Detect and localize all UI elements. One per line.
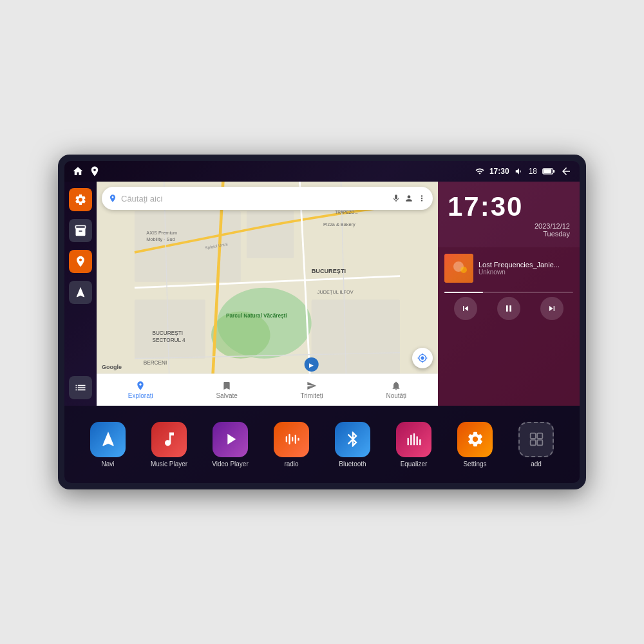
pause-button[interactable] (497, 297, 520, 320)
status-time: 17:30 (489, 167, 509, 176)
wifi-icon (475, 167, 484, 176)
back-icon[interactable] (560, 166, 572, 177)
map-search-input[interactable]: Căutați aici (121, 194, 388, 204)
app-equalizer[interactable]: Equalizer (392, 422, 437, 468)
right-panel: 17:30 2023/12/12 Tuesday (438, 182, 580, 406)
map-nav-news-label: Noutăți (386, 392, 406, 399)
sidebar (64, 182, 97, 406)
map-location-fab[interactable] (412, 348, 433, 368)
map-bottom-bar: Explorați Salvate Trimiteți Noutăți (97, 374, 438, 406)
song-title: Lost Frequencies_Janie... (478, 261, 573, 269)
svg-point-30 (460, 267, 467, 273)
account-icon[interactable] (404, 194, 413, 203)
svg-text:Mobility - Sud: Mobility - Sud (146, 236, 175, 242)
map-search-bar[interactable]: Căutați aici (102, 187, 433, 210)
volume-icon (515, 167, 524, 176)
app-bluetooth[interactable]: Bluetooth (330, 422, 375, 468)
song-artist: Unknown (478, 269, 573, 276)
svg-rect-37 (410, 435, 412, 445)
map-nav-share-label: Trimiteți (301, 392, 323, 399)
svg-rect-31 (285, 436, 287, 442)
map-nav-explore[interactable]: Explorați (128, 381, 153, 399)
main-area: AXIS Premium Mobility - Sud Pizza & Bake… (64, 182, 580, 406)
song-details: Lost Frequencies_Janie... Unknown (478, 261, 573, 276)
svg-rect-43 (530, 440, 535, 445)
navi-label: Navi (101, 460, 114, 468)
sidebar-map[interactable] (69, 250, 92, 273)
svg-text:▶: ▶ (309, 362, 314, 368)
app-navi[interactable]: Navi (86, 422, 131, 468)
video-player-icon (213, 422, 248, 457)
svg-text:SECTORUL 4: SECTORUL 4 (152, 337, 185, 343)
music-controls (444, 297, 573, 320)
home-icon[interactable] (72, 166, 84, 177)
svg-rect-41 (530, 433, 535, 439)
device-screen: 17:30 18 (64, 161, 580, 483)
app-video-player[interactable]: Video Player (208, 422, 253, 468)
progress-fill (444, 292, 483, 293)
svg-text:Parcul Natural Văcărești: Parcul Natural Văcărești (226, 313, 287, 319)
clock-time: 17:30 (448, 191, 570, 222)
music-widget: Lost Frequencies_Janie... Unknown (438, 247, 580, 406)
app-settings[interactable]: Settings (453, 422, 498, 468)
svg-text:BERCENI: BERCENI (144, 360, 167, 366)
svg-rect-39 (416, 436, 417, 445)
apps-dock: Navi Music Player Video Player (64, 406, 580, 483)
svg-text:Pizza & Bakery: Pizza & Bakery (323, 222, 355, 227)
music-info: Lost Frequencies_Janie... Unknown (444, 254, 573, 283)
svg-rect-34 (294, 435, 296, 444)
svg-rect-5 (247, 211, 294, 258)
prev-button[interactable] (454, 297, 477, 320)
next-button[interactable] (540, 297, 564, 320)
settings-icon (457, 422, 493, 457)
bluetooth-icon (335, 422, 370, 457)
svg-rect-40 (419, 439, 421, 445)
svg-rect-32 (289, 434, 290, 444)
svg-rect-36 (407, 438, 408, 446)
app-music-player[interactable]: Music Player (147, 422, 192, 468)
map-container[interactable]: AXIS Premium Mobility - Sud Pizza & Bake… (97, 182, 438, 406)
app-add[interactable]: add (514, 422, 559, 468)
map-nav-explore-label: Explorați (128, 392, 153, 399)
map-pin-icon[interactable] (89, 166, 100, 177)
svg-text:TRAPEZO...: TRAPEZO... (335, 210, 358, 214)
map-nav-saved-label: Salvate (216, 392, 237, 399)
map-nav-share[interactable]: Trimiteți (301, 381, 323, 399)
bluetooth-label: Bluetooth (339, 460, 366, 468)
navi-icon (90, 422, 126, 457)
more-options-icon[interactable] (417, 194, 426, 203)
app-radio[interactable]: radio (269, 422, 314, 468)
clock-date: 2023/12/12 Tuesday (448, 222, 570, 238)
equalizer-label: Equalizer (401, 460, 428, 468)
svg-rect-2 (544, 169, 552, 174)
settings-label: Settings (463, 460, 486, 468)
status-left (72, 166, 100, 177)
sidebar-navigation[interactable] (69, 281, 92, 304)
map-nav-news[interactable]: Noutăți (386, 381, 406, 399)
album-art (444, 254, 473, 283)
music-player-label: Music Player (151, 460, 187, 468)
status-right: 17:30 18 (475, 166, 572, 177)
svg-text:AXIS Premium: AXIS Premium (146, 230, 177, 236)
svg-text:BUCUREȘTI: BUCUREȘTI (312, 268, 346, 274)
map-nav-saved[interactable]: Salvate (216, 381, 237, 399)
svg-text:JUDEȚUL ILFOV: JUDEȚUL ILFOV (317, 289, 354, 295)
svg-rect-35 (298, 438, 299, 441)
svg-rect-6 (135, 299, 205, 359)
status-battery: 18 (529, 167, 537, 176)
svg-rect-42 (537, 433, 542, 439)
sidebar-settings[interactable] (69, 188, 92, 211)
google-maps-icon (108, 194, 117, 203)
sidebar-grid[interactable] (69, 376, 92, 399)
svg-rect-38 (413, 433, 414, 446)
progress-bar[interactable] (444, 292, 573, 293)
sidebar-archive[interactable] (69, 219, 92, 242)
add-icon (518, 422, 554, 457)
microphone-icon[interactable] (392, 194, 401, 203)
google-logo: Google (102, 364, 122, 370)
add-label: add (531, 460, 542, 468)
device: 17:30 18 (58, 155, 586, 489)
equalizer-icon (396, 422, 431, 457)
music-player-icon (151, 422, 187, 457)
battery-icon (542, 167, 555, 175)
